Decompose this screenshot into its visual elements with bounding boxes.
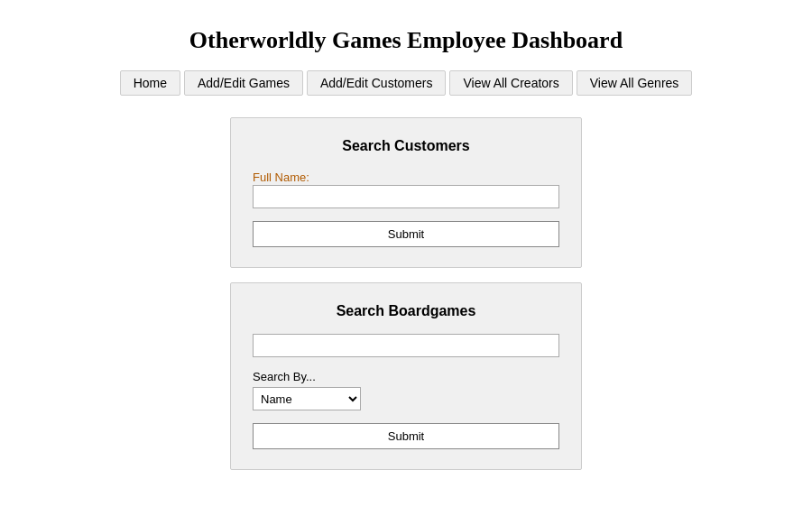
search-customers-submit[interactable]: Submit	[253, 221, 559, 247]
nav-item-view-all-creators[interactable]: View All Creators	[449, 70, 572, 96]
full-name-input[interactable]	[253, 185, 559, 208]
search-boardgames-submit[interactable]: Submit	[253, 423, 559, 449]
search-by-select[interactable]: Name Genre Creator	[253, 387, 361, 410]
boardgame-search-input[interactable]	[253, 334, 559, 357]
search-boardgames-section: Search Boardgames Search By... Name Genr…	[230, 282, 582, 470]
full-name-label: Full Name:	[253, 171, 309, 184]
search-boardgames-title: Search Boardgames	[253, 303, 559, 319]
nav-item-add-edit-customers[interactable]: Add/Edit Customers	[307, 70, 447, 96]
page-wrapper: Otherworldly Games Employee Dashboard Ho…	[0, 0, 812, 507]
nav-item-view-all-genres[interactable]: View All Genres	[577, 70, 693, 96]
search-by-label: Search By...	[253, 370, 559, 383]
nav-bar: Home Add/Edit Games Add/Edit Customers V…	[120, 70, 693, 96]
search-customers-title: Search Customers	[253, 138, 559, 154]
nav-item-add-edit-games[interactable]: Add/Edit Games	[184, 70, 303, 96]
search-customers-section: Search Customers Full Name: Submit	[230, 117, 582, 268]
nav-item-home[interactable]: Home	[120, 70, 180, 96]
page-title: Otherworldly Games Employee Dashboard	[189, 27, 623, 54]
